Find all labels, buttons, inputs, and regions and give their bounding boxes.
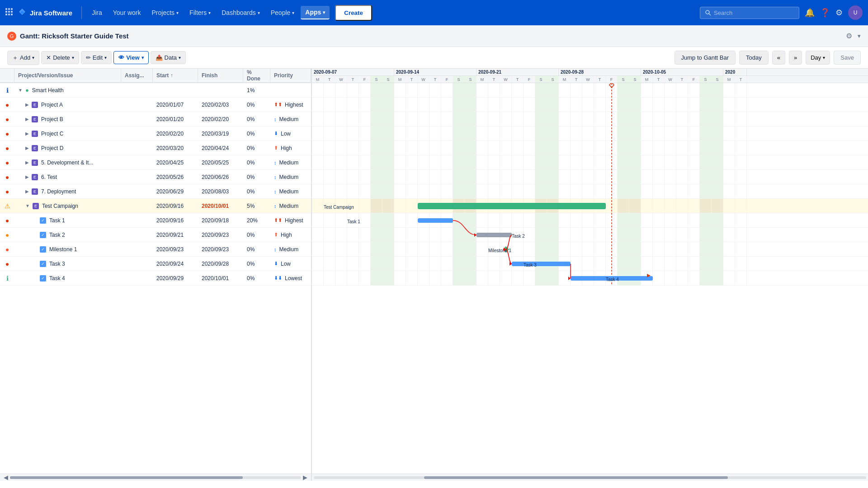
nav-apps[interactable]: Apps ▾ (301, 6, 330, 19)
project-cell[interactable]: ▼ E Test Campaign (14, 203, 121, 209)
save-button[interactable]: Save (834, 51, 861, 65)
nav-projects[interactable]: Projects ▾ (147, 6, 184, 19)
expand-icon[interactable]: ▼ (18, 88, 23, 93)
today-button[interactable]: Today (739, 51, 769, 65)
day-label: T (406, 76, 418, 83)
project-cell[interactable]: ▶ E 6. Test (14, 174, 121, 180)
right-scroll-track[interactable] (314, 476, 866, 479)
project-cell[interactable]: ▼ ● Smart Health (14, 87, 121, 94)
expand-icon[interactable]: ▼ (25, 203, 30, 208)
table-row[interactable]: ● ▶ E 5. Development & It... 2020/04/25 … (0, 155, 311, 170)
project-name: 7. Deployment (41, 188, 76, 195)
gantt-row (312, 127, 868, 141)
nav-people[interactable]: People ▾ (266, 6, 299, 19)
start-cell: 2020/09/16 (153, 217, 198, 224)
table-row[interactable]: ● ▶ E Project C 2020/02/20 2020/03/19 0%… (0, 127, 311, 141)
table-row[interactable]: ● ✓ Task 1 2020/09/16 2020/09/18 20% ⬆⬆H… (0, 213, 311, 228)
expand-icon[interactable]: ▶ (25, 174, 29, 179)
project-cell[interactable]: ▶ E Project A (14, 102, 121, 108)
expand-icon[interactable]: ▶ (25, 102, 29, 107)
left-scroll-track[interactable] (10, 476, 301, 479)
settings-gear-icon[interactable]: ⚙ (835, 8, 843, 18)
project-cell[interactable]: ✓ Task 1 (14, 217, 121, 224)
done-cell: 0% (243, 116, 270, 122)
table-row[interactable]: ● ✓ Task 2 2020/09/21 2020/09/23 0% ⬆Hig… (0, 228, 311, 242)
day-label: S (712, 76, 723, 83)
expand-icon[interactable]: ▶ (25, 160, 29, 165)
gantt-cell (629, 199, 641, 213)
add-button[interactable]: ＋ Add ▾ (7, 51, 39, 65)
nav-filters[interactable]: Filters ▾ (185, 6, 215, 19)
app-logo[interactable]: Jira Software (5, 8, 72, 18)
right-scrollbar (312, 474, 868, 481)
table-row[interactable]: ● ▶ E 7. Deployment 2020/06/29 2020/08/0… (0, 184, 311, 199)
gantt-cell (524, 83, 535, 97)
delete-button[interactable]: ✕ Delete ▾ (41, 51, 79, 64)
project-cell[interactable]: ✓ Task 2 (14, 232, 121, 238)
right-scroll-thumb[interactable] (424, 476, 728, 479)
info-indicator: ℹ (6, 87, 9, 94)
chevron-down-icon: ▾ (258, 10, 260, 15)
priority-cell: ↕Medium (270, 116, 311, 122)
start-cell: 2020/09/16 (153, 203, 198, 209)
table-row[interactable]: ⚠ ▼ E Test Campaign 2020/09/16 2020/10/0… (0, 199, 311, 213)
priority-medium-icon: ↕ (274, 174, 277, 180)
nav-dashboards[interactable]: Dashboards ▾ (217, 6, 264, 19)
project-cell[interactable]: ✓ Task 4 (14, 275, 121, 282)
project-name: Task 4 (49, 275, 65, 282)
priority-label: High (281, 232, 292, 238)
page-expand-icon[interactable]: ▾ (858, 33, 861, 39)
topnav-right: 🔔 ❓ ⚙ U (700, 5, 863, 20)
gantt-cell (512, 170, 524, 184)
table-row[interactable]: ℹ ▼ ● Smart Health 1% (0, 83, 311, 98)
table-row[interactable]: ● ▶ E Project A 2020/01/07 2020/02/03 0%… (0, 98, 311, 112)
gantt-cell (312, 155, 324, 169)
project-cell[interactable]: ▶ E Project C (14, 131, 121, 137)
table-row[interactable]: ℹ ✓ Task 4 2020/09/29 2020/10/01 0% ⬇⬇Lo… (0, 271, 311, 286)
finish-cell: 2020/02/20 (198, 116, 243, 122)
project-cell[interactable]: ✓ Task 3 (14, 261, 121, 267)
expand-icon[interactable]: ▶ (25, 131, 29, 136)
jump-to-gantt-bar-button[interactable]: Jump to Gantt Bar (675, 51, 736, 65)
help-icon[interactable]: ❓ (820, 8, 830, 18)
gantt-cell (582, 213, 594, 227)
project-cell[interactable]: ▶ E 7. Deployment (14, 188, 121, 195)
project-cell[interactable]: ✓ Milestone 1 (14, 246, 121, 253)
create-button[interactable]: Create (335, 5, 372, 21)
edit-button[interactable]: ✏ Edit ▾ (81, 51, 112, 64)
table-row[interactable]: ● ▶ E Project B 2020/01/20 2020/02/20 0%… (0, 112, 311, 127)
expand-icon[interactable]: ▶ (25, 145, 29, 150)
scroll-left-icon[interactable]: ◀ (2, 474, 10, 481)
project-cell[interactable]: ▶ E Project B (14, 116, 121, 122)
expand-icon[interactable]: ▶ (25, 189, 29, 194)
gantt-cell (359, 141, 371, 155)
gantt-cell (312, 271, 324, 285)
gantt-cell (535, 228, 547, 242)
project-cell[interactable]: ▶ E 5. Development & It... (14, 160, 121, 166)
scroll-right-icon[interactable]: ▶ (301, 474, 309, 481)
table-row[interactable]: ● ✓ Task 3 2020/09/24 2020/09/28 0% ⬇Low (0, 257, 311, 271)
gantt-cell (429, 228, 441, 242)
gantt-cell (465, 83, 476, 97)
notification-bell-icon[interactable]: 🔔 (805, 8, 815, 18)
table-row[interactable]: ● ▶ E Project D 2020/03/20 2020/04/24 0%… (0, 141, 311, 155)
gantt-cell (641, 83, 653, 97)
user-avatar[interactable]: U (848, 5, 863, 20)
nav-instance[interactable]: Jira (87, 6, 107, 19)
day-selector-button[interactable]: Day ▾ (806, 51, 830, 65)
search-box[interactable] (700, 7, 799, 19)
left-scroll-thumb[interactable] (10, 476, 243, 479)
project-cell[interactable]: ▶ E Project D (14, 145, 121, 151)
view-button[interactable]: 👁 View ▾ (113, 51, 148, 64)
gantt-cell (453, 170, 465, 184)
table-row[interactable]: ● ▶ E 6. Test 2020/05/26 2020/06/26 0% ↕… (0, 170, 311, 184)
nav-your-work[interactable]: Your work (108, 6, 146, 19)
next-button[interactable]: » (789, 51, 802, 65)
expand-icon[interactable]: ▶ (25, 117, 29, 122)
search-input[interactable] (714, 9, 786, 16)
gantt-cell (712, 184, 723, 198)
prev-button[interactable]: « (772, 51, 785, 65)
table-row[interactable]: ● ✓ Milestone 1 2020/09/23 2020/09/23 0%… (0, 242, 311, 257)
page-settings-icon[interactable]: ⚙ (846, 32, 852, 40)
data-button[interactable]: 📤 Data ▾ (151, 51, 186, 64)
